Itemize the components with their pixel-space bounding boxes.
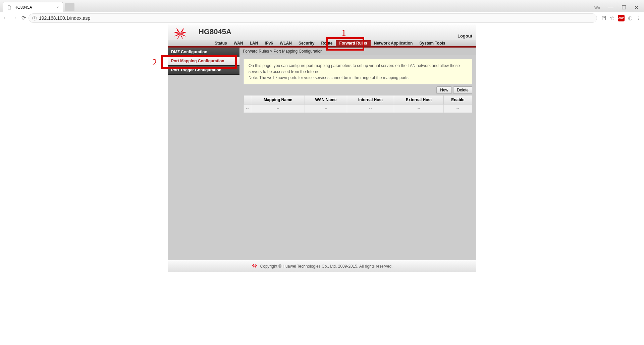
key-icon[interactable]: ⚿ <box>602 15 606 21</box>
maximize-icon[interactable]: ☐ <box>620 3 628 12</box>
col-header: WAN Name <box>305 95 347 105</box>
top-nav-network-application[interactable]: Network Application <box>371 40 416 46</box>
footer: Copyright © Huawei Technologies Co., Ltd… <box>168 260 476 272</box>
address-icons: ⚿ ☆ ABP ◐ ⋮ <box>602 15 641 21</box>
copyright-text: Copyright © Huawei Technologies Co., Ltd… <box>260 264 393 269</box>
minimize-icon[interactable]: — <box>607 3 615 12</box>
annotation-label-2: 2 <box>152 57 157 68</box>
top-nav: StatusWANLANIPv6WLANSecurityRouteForward… <box>168 40 476 48</box>
top-nav-status[interactable]: Status <box>211 40 230 46</box>
router-page: HUAWEI HG8045A Logout StatusWANLANIPv6WL… <box>168 24 476 272</box>
table-cell: -- <box>443 105 472 113</box>
top-nav-wlan[interactable]: WLAN <box>276 40 295 46</box>
col-header <box>244 95 251 105</box>
window-controls: Wo — ☐ ✕ <box>593 3 644 12</box>
close-icon[interactable]: × <box>56 5 59 10</box>
new-tab-button[interactable] <box>65 3 74 11</box>
table-actions: New Delete <box>244 86 472 94</box>
page-icon <box>7 5 12 10</box>
top-nav-wan[interactable]: WAN <box>230 40 247 46</box>
table-cell: -- <box>244 105 251 113</box>
logout-link[interactable]: Logout <box>458 33 472 39</box>
ext-icon[interactable]: Wo <box>593 4 601 11</box>
table-row[interactable]: ------------ <box>244 105 472 113</box>
profile-icon[interactable]: ◐ <box>628 15 633 21</box>
url-text: 192.168.100.1/index.asp <box>39 15 90 21</box>
col-header: Internal Host <box>347 95 394 105</box>
table-cell: -- <box>347 105 394 113</box>
browser-tab[interactable]: HG8045A × <box>3 2 63 12</box>
info-line1: On this page, you can configure port map… <box>249 63 467 75</box>
col-header: External Host <box>394 95 443 105</box>
footer-logo-icon <box>252 263 258 270</box>
tab-bar: HG8045A × Wo — ☐ ✕ <box>0 0 644 12</box>
sidebar-item-port-trigger-configuration[interactable]: Port Trigger Configuration <box>168 66 239 75</box>
top-nav-ipv6[interactable]: IPv6 <box>261 40 276 46</box>
top-nav-route[interactable]: Route <box>318 40 336 46</box>
close-window-icon[interactable]: ✕ <box>633 3 640 12</box>
table-cell: -- <box>251 105 305 113</box>
model-title: HG8045A <box>199 27 231 36</box>
port-mapping-table: Mapping NameWAN NameInternal HostExterna… <box>244 95 472 113</box>
tab-title: HG8045A <box>14 5 32 10</box>
breadcrumb: Forward Rules > Port Mapping Configurati… <box>239 48 476 55</box>
table-cell: -- <box>394 105 443 113</box>
forward-icon[interactable]: → <box>12 15 17 21</box>
sidebar-item-dmz-configuration[interactable]: DMZ Configuration <box>168 48 239 57</box>
nav-buttons: ← → ⟳ <box>3 15 26 21</box>
info-line2: Note: The well-known ports for voice ser… <box>249 75 467 81</box>
abp-icon[interactable]: ABP <box>618 15 625 21</box>
address-bar[interactable]: i 192.168.100.1/index.asp <box>29 13 597 23</box>
info-box: On this page, you can configure port map… <box>244 59 472 84</box>
content: Forward Rules > Port Mapping Configurati… <box>239 48 476 260</box>
sidebar: DMZ ConfigurationPort Mapping Configurat… <box>168 48 239 260</box>
top-nav-forward-rules[interactable]: Forward Rules <box>336 40 370 46</box>
info-icon[interactable]: i <box>32 16 37 20</box>
router-body: DMZ ConfigurationPort Mapping Configurat… <box>168 48 476 260</box>
browser-chrome: HG8045A × Wo — ☐ ✕ ← → ⟳ i 192.168.100.1… <box>0 0 644 24</box>
address-row: ← → ⟳ i 192.168.100.1/index.asp ⚿ ☆ ABP … <box>0 12 644 24</box>
reload-icon[interactable]: ⟳ <box>21 15 26 21</box>
new-button[interactable]: New <box>436 86 452 94</box>
back-icon[interactable]: ← <box>3 15 8 21</box>
top-nav-lan[interactable]: LAN <box>247 40 262 46</box>
top-nav-system-tools[interactable]: System Tools <box>416 40 448 46</box>
col-header: Mapping Name <box>251 95 305 105</box>
star-icon[interactable]: ☆ <box>610 15 614 21</box>
top-nav-security[interactable]: Security <box>295 40 318 46</box>
content-inner: On this page, you can configure port map… <box>239 55 476 117</box>
table-cell: -- <box>305 105 347 113</box>
menu-icon[interactable]: ⋮ <box>636 15 641 21</box>
delete-button[interactable]: Delete <box>453 86 472 94</box>
col-header: Enable <box>443 95 472 105</box>
sidebar-item-port-mapping-configuration[interactable]: Port Mapping Configuration <box>168 57 239 66</box>
